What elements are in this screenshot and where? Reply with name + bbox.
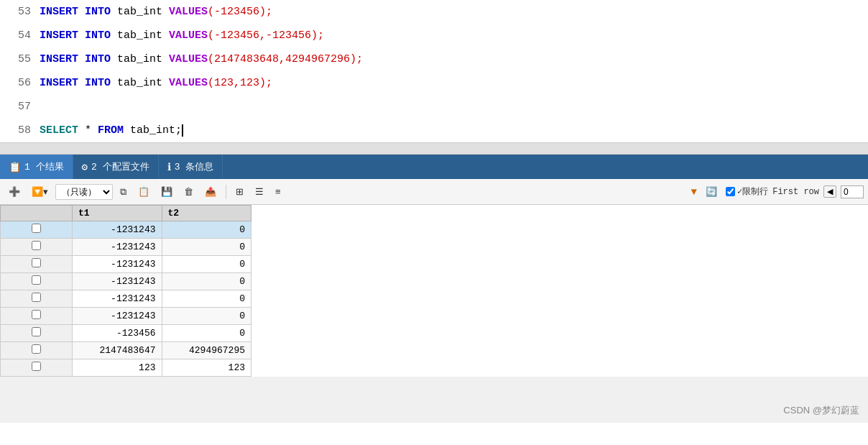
code-token: SELECT bbox=[40, 124, 78, 137]
limit-row-checkbox[interactable]: ✓限制行 bbox=[726, 185, 768, 198]
code-token: FROM bbox=[98, 124, 124, 137]
cursor bbox=[182, 124, 183, 137]
code-token: INSERT bbox=[40, 29, 85, 42]
tab-2[interactable]: ℹ3 条信息 bbox=[159, 155, 223, 179]
line-number: 56 bbox=[0, 71, 40, 95]
line-number: 53 bbox=[0, 0, 40, 24]
first-row-label: First row bbox=[772, 187, 819, 197]
table-row[interactable]: 123123 bbox=[1, 359, 251, 377]
row-checkbox-cell bbox=[1, 359, 73, 377]
code-line: 58SELECT * FROM tab_int; bbox=[0, 119, 868, 142]
row-checkbox-cell bbox=[1, 273, 73, 290]
line-content[interactable]: INSERT INTO tab_int VALUES(123,123); bbox=[40, 71, 272, 95]
cell-t2-0: 0 bbox=[162, 221, 251, 239]
table-row[interactable]: -12312430 bbox=[1, 256, 251, 273]
row-checkbox-2[interactable] bbox=[32, 258, 41, 267]
row-checkbox-8[interactable] bbox=[32, 362, 41, 371]
save-button[interactable]: 💾 bbox=[157, 184, 177, 199]
code-token: INTO bbox=[85, 77, 117, 89]
table-row[interactable]: -12312430 bbox=[1, 239, 251, 256]
detail-view-button[interactable]: ≡ bbox=[271, 184, 285, 199]
code-editor[interactable]: 53INSERT INTO tab_int VALUES(-123456);54… bbox=[0, 0, 868, 155]
line-content[interactable]: INSERT INTO tab_int VALUES(-123456,-1234… bbox=[40, 24, 324, 47]
cell-t2-6: 0 bbox=[162, 325, 251, 342]
actions-button[interactable]: 🔽▾ bbox=[27, 184, 52, 199]
table-row[interactable]: 21474836474294967295 bbox=[1, 342, 251, 359]
delete-button[interactable]: 🗑 bbox=[180, 184, 198, 199]
cell-t2-3: 0 bbox=[162, 273, 251, 290]
row-checkbox-cell bbox=[1, 239, 73, 256]
code-token: INSERT bbox=[40, 6, 85, 18]
code-token: INTO bbox=[85, 29, 117, 42]
cell-t2-4: 0 bbox=[162, 290, 251, 308]
add-row-button[interactable]: ➕ bbox=[4, 184, 24, 199]
code-token: (2147483648,4294967296); bbox=[208, 53, 363, 65]
table-row[interactable]: -12312430 bbox=[1, 308, 251, 325]
code-token: INSERT bbox=[40, 77, 85, 89]
row-checkbox-cell bbox=[1, 290, 73, 308]
code-token: VALUES bbox=[169, 53, 208, 65]
cell-t2-5: 0 bbox=[162, 308, 251, 325]
readonly-select[interactable]: （只读） bbox=[55, 184, 113, 200]
refresh-button[interactable]: 🔄 bbox=[701, 184, 721, 199]
data-table: t1t2-12312430-12312430-12312430-12312430… bbox=[0, 205, 251, 377]
first-row-input[interactable] bbox=[841, 185, 864, 198]
row-checkbox-0[interactable] bbox=[32, 224, 41, 233]
results-panel: 📋1 个结果⚙2 个配置文件ℹ3 条信息 ➕ 🔽▾ （只读） ⧉ 📋 💾 🗑 📤… bbox=[0, 155, 868, 423]
row-checkbox-3[interactable] bbox=[32, 275, 41, 285]
tab-1[interactable]: ⚙2 个配置文件 bbox=[73, 155, 159, 179]
code-token: VALUES bbox=[169, 6, 208, 18]
code-token: (-123456,-123456); bbox=[208, 29, 324, 42]
tab-icon-2: ℹ bbox=[167, 161, 171, 173]
cell-t1-8: 123 bbox=[73, 359, 162, 377]
row-checkbox-cell bbox=[1, 256, 73, 273]
table-row[interactable]: -1234560 bbox=[1, 325, 251, 342]
cell-t1-1: -1231243 bbox=[73, 239, 162, 256]
code-token: tab_int bbox=[117, 29, 169, 42]
row-checkbox-cell bbox=[1, 325, 73, 342]
col-header-2: t2 bbox=[162, 206, 251, 221]
code-token: INSERT bbox=[40, 53, 85, 65]
row-checkbox-cell bbox=[1, 221, 73, 239]
line-content[interactable]: INSERT INTO tab_int VALUES(-123456); bbox=[40, 0, 272, 24]
row-checkbox-cell bbox=[1, 342, 73, 359]
table-row[interactable]: -12312430 bbox=[1, 273, 251, 290]
toolbar-right: ▼ 🔄 ✓限制行 First row ◀ bbox=[691, 184, 864, 199]
code-line: 54INSERT INTO tab_int VALUES(-123456,-12… bbox=[0, 24, 868, 47]
list-view-button[interactable]: ☰ bbox=[251, 184, 268, 199]
code-token: INTO bbox=[85, 6, 117, 18]
code-token: (123,123); bbox=[208, 77, 272, 89]
table-row[interactable]: -12312430 bbox=[1, 221, 251, 239]
export-button[interactable]: 📤 bbox=[200, 184, 221, 199]
tab-0[interactable]: 📋1 个结果 bbox=[0, 155, 73, 179]
prev-page-button[interactable]: ◀ bbox=[823, 185, 836, 198]
col-header-1: t1 bbox=[73, 206, 162, 221]
horizontal-scrollbar[interactable] bbox=[0, 142, 868, 154]
code-token: INTO bbox=[85, 53, 117, 65]
tab-label-1: 2 个配置文件 bbox=[91, 160, 149, 173]
tab-label-2: 3 条信息 bbox=[175, 160, 214, 173]
row-checkbox-4[interactable] bbox=[32, 293, 41, 302]
data-table-wrapper: t1t2-12312430-12312430-12312430-12312430… bbox=[0, 205, 868, 377]
grid-view-button[interactable]: ⊞ bbox=[231, 184, 248, 199]
row-checkbox-7[interactable] bbox=[32, 344, 41, 354]
cell-t2-2: 0 bbox=[162, 256, 251, 273]
row-checkbox-6[interactable] bbox=[32, 327, 41, 336]
line-content[interactable]: SELECT * FROM tab_int; bbox=[40, 119, 183, 142]
code-token: tab_int; bbox=[124, 124, 182, 137]
code-token: VALUES bbox=[169, 77, 208, 89]
copy-button[interactable]: ⧉ bbox=[116, 184, 131, 200]
line-number: 57 bbox=[0, 95, 40, 119]
limit-checkbox-input[interactable] bbox=[726, 187, 735, 196]
cell-t1-0: -1231243 bbox=[73, 221, 162, 239]
tab-icon-0: 📋 bbox=[9, 161, 21, 173]
row-checkbox-5[interactable] bbox=[32, 310, 41, 319]
code-token: (-123456); bbox=[208, 6, 272, 18]
line-content[interactable]: INSERT INTO tab_int VALUES(2147483648,42… bbox=[40, 47, 363, 71]
tab-bar: 📋1 个结果⚙2 个配置文件ℹ3 条信息 bbox=[0, 155, 868, 179]
row-checkbox-1[interactable] bbox=[32, 241, 41, 250]
tab-icon-1: ⚙ bbox=[82, 161, 88, 173]
paste-button[interactable]: 📋 bbox=[134, 184, 154, 199]
table-row[interactable]: -12312430 bbox=[1, 290, 251, 308]
cell-t1-3: -1231243 bbox=[73, 273, 162, 290]
